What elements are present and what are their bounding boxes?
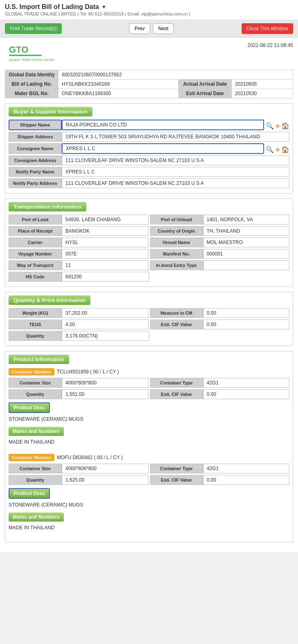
quantity-label: Quantity [9, 331, 62, 341]
product-desc-value: STONEWARE (CERAMIC) MUGS [9, 415, 289, 424]
container-esti-cif-value: 0.00 [203, 475, 290, 485]
company-logo: GTO GLOBAL TRADE ONLINE LIMITED [5, 42, 58, 65]
product-desc-row: Product Desc [9, 488, 289, 499]
notify-party-name-label: Notify Party Name [9, 167, 62, 177]
consignee-name-label: Consignee Name [9, 143, 62, 154]
inbond-entry-type-value [203, 260, 290, 270]
carrier-vessel-row: Carrier HYSL Vessel Name MOL MAESTRO [9, 238, 289, 249]
marks-and-numbers-label: Marks and Numbers [9, 427, 64, 436]
container-size-value: 4000*806*800 [62, 464, 148, 473]
container-size-type-row: Container Size 4000*806*800 Container Ty… [9, 464, 289, 475]
company-header: GTO GLOBAL TRADE ONLINE LIMITED 2021-06-… [5, 42, 293, 65]
page-header: U.S. Import Bill of Lading Data ▼ GLOBAL… [0, 0, 298, 20]
actual-arrival-label: Actual Arrival Date [178, 80, 231, 89]
bill-of-lading-label: Bill of Lading No. [5, 80, 58, 89]
page-subtitle: GLOBAL TRADE ONLINE LIMITED ( Tel: 86-51… [5, 11, 293, 16]
hs-code-row: HS Code 691200 [9, 272, 149, 282]
container-size-value: 4000*806*800 [62, 378, 148, 388]
esti-arrival-value: 20210530 [231, 89, 293, 98]
shipper-address-label: Shipper Address [9, 132, 62, 142]
search-icon[interactable]: 🔍 [266, 122, 274, 130]
actual-arrival-value: 20210605 [231, 80, 293, 89]
measure-value: 0.00 [203, 308, 290, 318]
product-desc-row: Product Desc [9, 402, 289, 413]
shipper-name-value: RAJA PORCELAIN CO LTD [62, 120, 264, 130]
home-icon[interactable]: 🏠 [281, 146, 289, 153]
port-of-load-value: 54930, LAEM CHABANG [62, 215, 148, 224]
vessel-name-value: MOL MAESTRO [203, 238, 290, 247]
product-desc-label: Product Desc [9, 402, 50, 413]
measure-label: Measure in CM [150, 308, 203, 318]
top-info-table: Global Data Identity 6003202106070000137… [5, 70, 293, 98]
vessel-name-label: Vessel Name [150, 238, 203, 247]
port-of-load-label: Port of Load [9, 215, 62, 224]
container-type-value: 42G1 [203, 378, 290, 388]
logo-area: GTO GLOBAL TRADE ONLINE LIMITED [5, 42, 58, 65]
marks-value: MADE IN THAILAND [9, 523, 289, 532]
shipper-address-row: Shipper Address 19TH FL K S L TOWER 503 … [9, 132, 289, 142]
global-data-identity-label: Global Data Identity [5, 70, 58, 80]
container-type-value: 42G1 [203, 464, 290, 473]
way-of-transport-label: Way of Transport [9, 260, 62, 270]
transportation-title: Transportation Information [9, 202, 86, 211]
container-number-row: Container Number TCLU4551859 ( 00 / L / … [9, 367, 289, 376]
container-number-badge: Container Number [9, 368, 54, 375]
container-qty-cif-row: Quantity 1,551.00 Esti. CIF Value 0.00 [9, 389, 289, 401]
shipper-name-label: Shipper Name [9, 120, 62, 130]
container-block-0: Container Number TCLU4551859 ( 00 / L / … [9, 367, 289, 449]
star-icon[interactable]: ★ [275, 122, 280, 130]
consignee-address-row: Consignee Address 111 CLOVERLEAF DRIVE W… [9, 155, 289, 165]
weight-measure-row: Weight (KG) 37,202.00 Measure in CM 0.00 [9, 308, 289, 320]
consignee-address-value: 111 CLOVERLEAF DRIVE WINSTON-SALEM NC 27… [62, 155, 289, 165]
next-button[interactable]: Next [153, 23, 174, 34]
svg-text:GLOBAL TRADE ONLINE LIMITED: GLOBAL TRADE ONLINE LIMITED [9, 58, 54, 61]
close-button[interactable]: Close This Window [242, 23, 293, 34]
port-row: Port of Load 54930, LAEM CHABANG Port of… [9, 215, 289, 226]
teus-value: 4.00 [62, 320, 148, 329]
country-of-origin-label: Country of Origin [150, 226, 203, 236]
star-icon[interactable]: ★ [275, 146, 280, 153]
container-block-1: Container Number MOFU D636482 ( 00 / L /… [9, 453, 289, 535]
prev-button[interactable]: Prev [129, 23, 150, 34]
container-esti-cif-label: Esti. CIF Value [150, 389, 203, 399]
country-of-origin-value: TH, THAILAND [203, 226, 290, 236]
quantity-price-section: Quantity & Price Information Weight (KG)… [5, 292, 293, 346]
carrier-label: Carrier [9, 238, 62, 247]
notify-party-address-value: 111 CLOVERLEAF DRIVE WINSTON-SALEM NC 27… [62, 178, 289, 188]
dropdown-icon[interactable]: ▼ [101, 4, 106, 10]
shipper-address-value: 19TH FL K S L TOWER 503 SRIAYUDHYA RD RA… [62, 132, 289, 142]
main-content: GTO GLOBAL TRADE ONLINE LIMITED 2021-06-… [0, 38, 298, 552]
notify-party-name-value: XPRES L L C [62, 167, 289, 177]
hs-code-value: 691200 [62, 272, 149, 282]
marks-and-numbers-label: Marks and Numbers [9, 513, 64, 522]
product-desc-value: STONEWARE (CERAMIC) MUGS [9, 500, 289, 509]
container-type-label: Container Type [150, 378, 203, 388]
container-size-type-row: Container Size 4000*806*800 Container Ty… [9, 378, 289, 389]
shipper-icons: 🔍 ★ 🏠 [266, 122, 289, 130]
container-number-value: MOFU D636482 ( 00 / L / CY ) [57, 455, 123, 460]
container-number-row: Container Number MOFU D636482 ( 00 / L /… [9, 453, 289, 462]
container-qty-cif-row: Quantity 1,625.00 Esti. CIF Value 0.00 [9, 475, 289, 486]
quantity-value: 3,176.00(CTN) [62, 331, 149, 341]
place-of-receipt-label: Place of Receipt [9, 226, 62, 236]
product-desc-label: Product Desc [9, 488, 50, 499]
mater-bol-value: ONEYBKKBA1169300 [58, 89, 179, 98]
transportation-body: Port of Load 54930, LAEM CHABANG Port of… [5, 213, 293, 286]
container-number-value: TCLU4551859 ( 00 / L / CY ) [57, 369, 119, 375]
toolbar: Print Trade Record(s) Prev Next Close Th… [0, 20, 298, 38]
consignee-name-value: XPRES L L C [62, 143, 264, 154]
transport-inbond-row: Way of Transport 11 In-bond Entry Type [9, 260, 289, 272]
manifest-no-value: 000001 [203, 249, 290, 259]
print-button[interactable]: Print Trade Record(s) [5, 23, 62, 34]
receipt-origin-row: Place of Receipt BANGKOK Country of Orig… [9, 226, 289, 238]
home-icon[interactable]: 🏠 [281, 122, 289, 130]
svg-text:GTO: GTO [9, 44, 28, 55]
weight-label: Weight (KG) [9, 308, 62, 318]
weight-value: 37,202.00 [62, 308, 148, 318]
notify-party-address-label: Notify Party Address [9, 178, 62, 188]
datetime: 2021-06-22 11:08:45 [248, 42, 293, 48]
quantity-price-body: Weight (KG) 37,202.00 Measure in CM 0.00… [5, 306, 293, 346]
search-icon[interactable]: 🔍 [266, 146, 274, 153]
container-quantity-label: Quantity [9, 475, 62, 485]
bill-of-lading-value: HYSLNBKK21040169 [58, 80, 179, 89]
